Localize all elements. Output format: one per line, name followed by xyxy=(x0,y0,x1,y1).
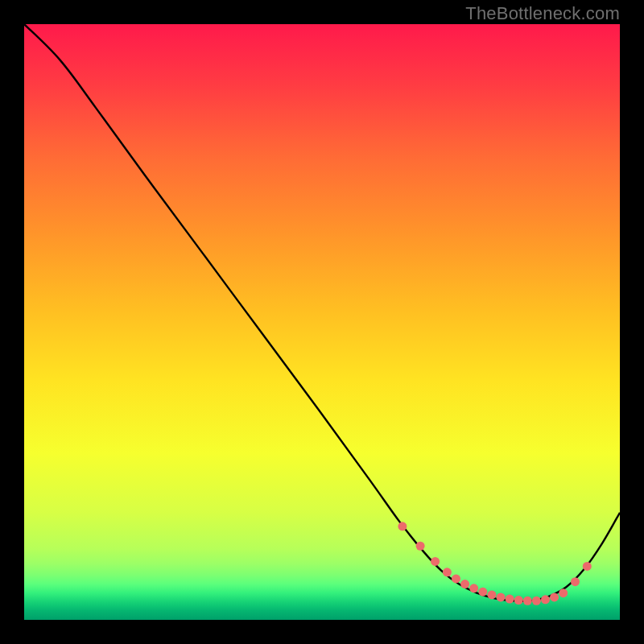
marker-dot xyxy=(416,542,425,551)
marker-dot xyxy=(559,588,568,597)
marker-dot xyxy=(398,522,407,530)
marker-dot xyxy=(523,597,532,605)
marker-dot xyxy=(583,562,592,571)
marker-dot xyxy=(506,595,514,604)
marker-dot xyxy=(431,557,440,566)
marker-dot xyxy=(571,577,580,586)
marker-dot xyxy=(452,574,460,583)
frame: TheBottleneck.com xyxy=(0,0,644,644)
marker-dot xyxy=(487,590,496,599)
marker-dot xyxy=(514,596,523,605)
chart-area xyxy=(24,24,620,620)
marker-dot xyxy=(469,584,478,592)
marker-dot xyxy=(460,580,469,588)
marker-dot xyxy=(532,597,541,605)
marker-dot xyxy=(443,568,452,576)
marker-dot xyxy=(550,592,559,601)
watermark-text: TheBottleneck.com xyxy=(465,3,620,24)
chart-svg xyxy=(24,24,620,620)
marker-dot xyxy=(541,595,550,604)
marker-dot xyxy=(497,592,506,601)
gradient-background xyxy=(24,24,620,620)
marker-dot xyxy=(478,588,487,597)
